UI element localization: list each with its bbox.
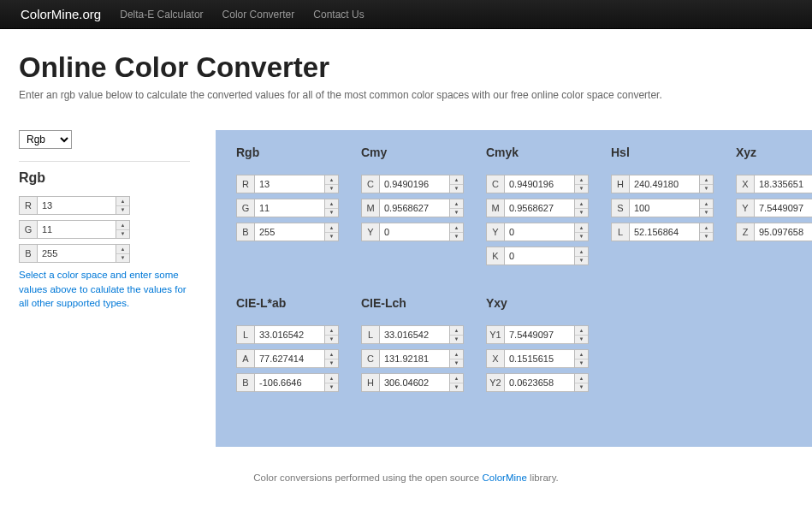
spinner-up-icon[interactable]: ▲ bbox=[325, 223, 338, 233]
nav-link-converter[interactable]: Color Converter bbox=[222, 9, 295, 21]
field-input[interactable] bbox=[505, 199, 575, 217]
field-input[interactable] bbox=[755, 199, 812, 217]
spinner-up-icon[interactable]: ▲ bbox=[450, 175, 463, 185]
brand-link[interactable]: ColorMine.org bbox=[21, 7, 101, 21]
nav-link-contact[interactable]: Contact Us bbox=[313, 9, 364, 21]
spinner-up-icon[interactable]: ▲ bbox=[450, 374, 463, 383]
field-input[interactable] bbox=[38, 220, 116, 239]
field-input[interactable] bbox=[380, 175, 450, 193]
field-row: L▲▼ bbox=[236, 325, 339, 344]
field-label: H bbox=[361, 373, 380, 392]
field-input[interactable] bbox=[38, 196, 116, 215]
spinner-down-icon[interactable]: ▼ bbox=[116, 254, 129, 263]
field-input[interactable] bbox=[630, 175, 700, 193]
field-label: S bbox=[611, 199, 630, 217]
spinner-down-icon[interactable]: ▼ bbox=[116, 206, 129, 215]
spinner-up-icon[interactable]: ▲ bbox=[450, 350, 463, 360]
spinner-down-icon[interactable]: ▼ bbox=[575, 233, 588, 241]
spinner-down-icon[interactable]: ▼ bbox=[575, 257, 588, 265]
spinner-up-icon[interactable]: ▲ bbox=[700, 223, 713, 233]
spinner-up-icon[interactable]: ▲ bbox=[450, 223, 463, 233]
spinner-down-icon[interactable]: ▼ bbox=[325, 383, 338, 392]
spinner-up-icon[interactable]: ▲ bbox=[116, 221, 129, 230]
spinner-up-icon[interactable]: ▲ bbox=[450, 326, 463, 336]
field-input[interactable] bbox=[505, 325, 575, 344]
field-input[interactable] bbox=[630, 223, 700, 241]
spinner-down-icon[interactable]: ▼ bbox=[575, 185, 588, 193]
spinner-down-icon[interactable]: ▼ bbox=[325, 336, 338, 344]
field-row: Y1▲▼ bbox=[486, 325, 589, 344]
spinner-up-icon[interactable]: ▲ bbox=[575, 374, 588, 383]
spinner-down-icon[interactable]: ▼ bbox=[575, 209, 588, 217]
spinner-down-icon[interactable]: ▼ bbox=[450, 360, 463, 368]
field-input[interactable] bbox=[38, 244, 116, 263]
spinner-up-icon[interactable]: ▲ bbox=[116, 245, 129, 254]
spinner-down-icon[interactable]: ▼ bbox=[700, 209, 713, 217]
field-input[interactable] bbox=[255, 223, 325, 241]
spinner-down-icon[interactable]: ▼ bbox=[325, 185, 338, 193]
field-input[interactable] bbox=[255, 373, 325, 392]
color-space-title: CIE-Lch bbox=[361, 296, 464, 310]
sidebar-help-text: Select a color space and enter some valu… bbox=[19, 268, 190, 311]
results-row-1: RgbR▲▼G▲▼B▲▼CmyC▲▼M▲▼Y▲▼CmykC▲▼M▲▼Y▲▼K▲▼… bbox=[236, 146, 812, 270]
field-input[interactable] bbox=[505, 349, 575, 368]
spinner-down-icon[interactable]: ▼ bbox=[325, 209, 338, 217]
field-input[interactable] bbox=[255, 199, 325, 217]
field-input[interactable] bbox=[380, 223, 450, 241]
spinner-up-icon[interactable]: ▲ bbox=[575, 175, 588, 185]
field-input[interactable] bbox=[380, 349, 450, 368]
field-input[interactable] bbox=[255, 325, 325, 344]
spinner-up-icon[interactable]: ▲ bbox=[575, 326, 588, 336]
spinner-down-icon[interactable]: ▼ bbox=[450, 209, 463, 217]
field-input[interactable] bbox=[505, 247, 575, 265]
field-input[interactable] bbox=[755, 175, 812, 193]
field-input[interactable] bbox=[505, 223, 575, 241]
spinner-up-icon[interactable]: ▲ bbox=[575, 223, 588, 233]
field-label: A bbox=[236, 349, 255, 368]
field-row: M▲▼ bbox=[361, 199, 464, 217]
field-row: Z▲▼ bbox=[736, 223, 812, 241]
field-row: Y▲▼ bbox=[736, 199, 812, 217]
field-input[interactable] bbox=[255, 175, 325, 193]
color-space-title: Xyz bbox=[736, 146, 812, 159]
spinner-up-icon[interactable]: ▲ bbox=[325, 326, 338, 336]
spinner-down-icon[interactable]: ▼ bbox=[450, 185, 463, 193]
spinner-up-icon[interactable]: ▲ bbox=[325, 350, 338, 360]
spinner-down-icon[interactable]: ▼ bbox=[325, 233, 338, 241]
spinner-down-icon[interactable]: ▼ bbox=[575, 360, 588, 368]
color-space: CmyC▲▼M▲▼Y▲▼ bbox=[361, 146, 464, 270]
spinner-down-icon[interactable]: ▼ bbox=[575, 336, 588, 344]
field-input[interactable] bbox=[505, 373, 575, 392]
spinner: ▲▼ bbox=[450, 349, 464, 368]
spinner-up-icon[interactable]: ▲ bbox=[325, 199, 338, 209]
spinner-up-icon[interactable]: ▲ bbox=[700, 175, 713, 185]
spinner-down-icon[interactable]: ▼ bbox=[450, 233, 463, 241]
spinner-down-icon[interactable]: ▼ bbox=[450, 383, 463, 392]
nav-link-delta-e[interactable]: Delta-E Calculator bbox=[120, 9, 203, 21]
field-input[interactable] bbox=[755, 223, 812, 241]
spinner-up-icon[interactable]: ▲ bbox=[575, 350, 588, 360]
spinner-down-icon[interactable]: ▼ bbox=[325, 360, 338, 368]
spinner-down-icon[interactable]: ▼ bbox=[450, 336, 463, 344]
footer-link[interactable]: ColorMine bbox=[482, 472, 526, 483]
spinner-down-icon[interactable]: ▼ bbox=[700, 233, 713, 241]
field-input[interactable] bbox=[380, 373, 450, 392]
spinner-up-icon[interactable]: ▲ bbox=[575, 247, 588, 257]
color-space-select[interactable]: Rgb bbox=[19, 130, 72, 149]
field-input[interactable] bbox=[505, 175, 575, 193]
spinner-down-icon[interactable]: ▼ bbox=[116, 230, 129, 239]
spinner-up-icon[interactable]: ▲ bbox=[450, 199, 463, 209]
spinner-up-icon[interactable]: ▲ bbox=[700, 199, 713, 209]
spinner-up-icon[interactable]: ▲ bbox=[325, 175, 338, 185]
field-input[interactable] bbox=[630, 199, 700, 217]
spinner-up-icon[interactable]: ▲ bbox=[325, 374, 338, 383]
spinner: ▲▼ bbox=[325, 373, 339, 392]
field-label: L bbox=[361, 325, 380, 344]
spinner-down-icon[interactable]: ▼ bbox=[700, 185, 713, 193]
spinner-up-icon[interactable]: ▲ bbox=[575, 199, 588, 209]
field-input[interactable] bbox=[380, 199, 450, 217]
field-input[interactable] bbox=[255, 349, 325, 368]
spinner-up-icon[interactable]: ▲ bbox=[116, 197, 129, 206]
field-input[interactable] bbox=[380, 325, 450, 344]
spinner-down-icon[interactable]: ▼ bbox=[575, 383, 588, 392]
